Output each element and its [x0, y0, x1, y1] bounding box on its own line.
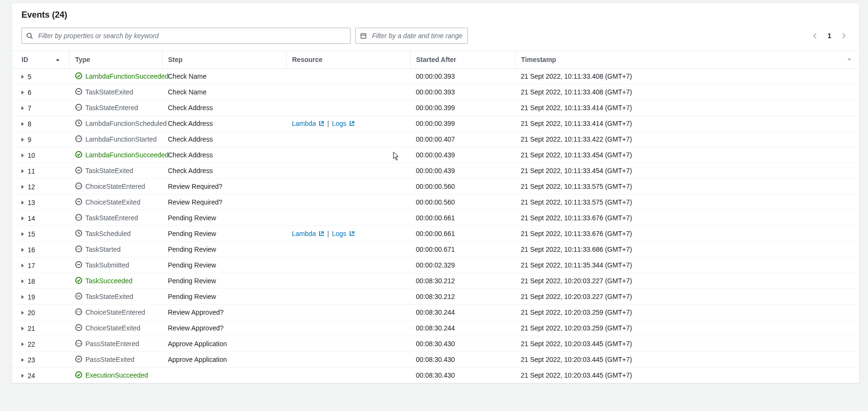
row-id: 16: [28, 246, 35, 254]
expand-row-icon[interactable]: [21, 138, 24, 142]
col-header-step[interactable]: Step: [162, 51, 286, 69]
svg-point-24: [77, 185, 78, 186]
expand-row-icon[interactable]: [21, 374, 24, 378]
svg-point-54: [80, 343, 81, 344]
row-type: TaskStateEntered: [85, 214, 138, 222]
col-header-type[interactable]: Type: [69, 51, 162, 69]
resource-lambda-link[interactable]: Lambda: [292, 230, 324, 237]
row-started-after: 00:00:02.329: [410, 257, 515, 273]
row-timestamp: 21 Sept 2022, 10:20:03.259 (GMT+7): [515, 305, 859, 320]
expand-row-icon[interactable]: [21, 248, 24, 252]
svg-point-17: [77, 138, 78, 139]
expand-row-icon[interactable]: [21, 295, 24, 299]
expand-row-icon[interactable]: [21, 342, 24, 346]
svg-point-47: [78, 311, 79, 312]
row-timestamp: 21 Sept 2022, 10:11:33.408 (GMT+7): [515, 69, 859, 84]
row-timestamp: 21 Sept 2022, 10:20:03.227 (GMT+7): [515, 289, 859, 305]
expand-row-icon[interactable]: [21, 122, 24, 126]
col-header-id[interactable]: ID: [12, 51, 69, 69]
row-step: Pending Review: [162, 242, 286, 257]
svg-point-46: [77, 311, 78, 312]
row-type: ChoiceStateEntered: [85, 183, 145, 190]
row-started-after: 00:00:00.393: [410, 69, 515, 84]
row-step: Review Approved?: [162, 305, 286, 320]
row-timestamp: 21 Sept 2022, 10:11:33.414 (GMT+7): [515, 100, 859, 116]
expand-row-icon[interactable]: [21, 216, 24, 220]
expand-row-icon[interactable]: [21, 279, 24, 283]
row-resource: [286, 210, 410, 226]
row-type: TaskSucceeded: [85, 277, 133, 285]
row-id: 20: [28, 309, 35, 317]
row-timestamp: 21 Sept 2022, 10:11:33.408 (GMT+7): [515, 84, 859, 100]
pager-next-icon[interactable]: [840, 32, 847, 40]
row-type: TaskStateExited: [85, 88, 133, 96]
col-header-resource[interactable]: Resource: [286, 51, 410, 69]
svg-point-19: [80, 138, 81, 139]
expand-row-icon[interactable]: [21, 311, 24, 315]
status-dots-icon: [75, 103, 83, 113]
svg-line-1: [31, 37, 33, 39]
row-id: 11: [28, 167, 35, 175]
resource-logs-link[interactable]: Logs: [332, 120, 355, 127]
row-started-after: 00:00:00.560: [410, 195, 515, 210]
sort-asc-icon: [56, 59, 60, 61]
row-id: 8: [28, 120, 31, 128]
expand-row-icon[interactable]: [21, 201, 24, 205]
row-type: TaskStarted: [85, 246, 121, 253]
expand-row-icon[interactable]: [21, 75, 24, 79]
svg-point-10: [77, 107, 78, 108]
row-type: PassStateExited: [85, 356, 134, 363]
row-step: Check Address: [162, 132, 286, 147]
row-resource: [286, 69, 410, 84]
expand-row-icon[interactable]: [21, 232, 24, 236]
row-started-after: 00:08:30.212: [410, 273, 515, 289]
row-step: Review Required?: [162, 179, 286, 195]
resource-lambda-link[interactable]: Lambda: [292, 120, 324, 127]
expand-row-icon[interactable]: [21, 185, 24, 189]
row-timestamp: 21 Sept 2022, 10:20:03.445 (GMT+7): [515, 336, 859, 352]
row-timestamp: 21 Sept 2022, 10:20:03.259 (GMT+7): [515, 320, 859, 336]
date-range-input[interactable]: [355, 28, 468, 44]
row-step: Check Name: [162, 69, 286, 84]
row-resource: Lambda | Logs: [286, 226, 410, 242]
row-resource: [286, 368, 410, 383]
status-dots-icon: [75, 214, 83, 223]
row-step: Pending Review: [162, 257, 286, 273]
table-row: 21ChoiceStateExitedReview Approved?00:08…: [12, 320, 859, 336]
row-id: 6: [28, 89, 31, 96]
expand-row-icon[interactable]: [21, 106, 24, 110]
expand-row-icon[interactable]: [21, 169, 24, 173]
table-row: 18TaskSucceededPending Review00:08:30.21…: [12, 273, 859, 289]
row-type: TaskStateExited: [85, 293, 133, 300]
col-header-started-after[interactable]: Started After: [410, 51, 515, 69]
svg-point-20: [76, 151, 82, 157]
row-id: 18: [28, 277, 35, 285]
status-minus-icon: [75, 261, 83, 270]
pager-prev-icon[interactable]: [811, 32, 819, 40]
resource-logs-link[interactable]: Logs: [332, 230, 355, 237]
search-input[interactable]: [21, 28, 351, 44]
expand-row-icon[interactable]: [21, 264, 24, 267]
row-resource: [286, 289, 410, 305]
row-resource: [286, 320, 410, 336]
row-timestamp: 21 Sept 2022, 10:20:03.445 (GMT+7): [515, 368, 859, 383]
expand-row-icon[interactable]: [21, 358, 24, 362]
row-step: Approve Application: [162, 336, 286, 352]
table-row: 16TaskStartedPending Review00:00:00.6712…: [12, 242, 859, 257]
row-step: [162, 368, 286, 383]
expand-row-icon[interactable]: [21, 327, 24, 330]
row-started-after: 00:00:00.393: [410, 84, 515, 100]
row-timestamp: 21 Sept 2022, 10:20:03.445 (GMT+7): [515, 352, 859, 368]
status-check-icon: [75, 371, 83, 380]
row-resource: [286, 84, 410, 100]
table-row: 7TaskStateEnteredCheck Address00:00:00.3…: [12, 100, 859, 116]
status-minus-icon: [75, 324, 83, 333]
row-step: Review Required?: [162, 195, 286, 210]
table-row: 5LambdaFunctionSucceededCheck Name00:00:…: [12, 69, 859, 84]
expand-row-icon[interactable]: [21, 154, 24, 157]
col-header-timestamp[interactable]: Timestamp: [515, 51, 859, 69]
status-clock-icon: [75, 229, 83, 238]
expand-row-icon[interactable]: [21, 91, 24, 94]
table-row: 11TaskStateExitedCheck Address00:00:00.4…: [12, 163, 859, 179]
row-id: 15: [28, 230, 35, 238]
